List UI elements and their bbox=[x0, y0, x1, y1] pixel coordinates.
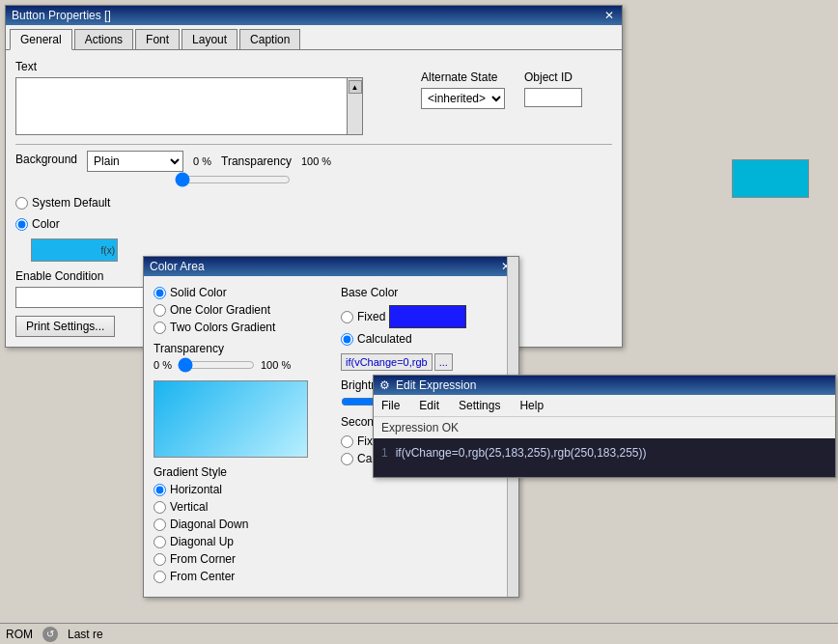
from-corner-label: From Corner bbox=[170, 552, 236, 566]
from-corner-radio[interactable]: From Corner bbox=[154, 552, 321, 566]
transparency-slider-row bbox=[175, 174, 612, 188]
edit-expression-dialog: ⚙ Edit Expression File Edit Settings Hel… bbox=[373, 375, 836, 478]
edit-expression-icon: ⚙ bbox=[379, 378, 390, 392]
tab-actions[interactable]: Actions bbox=[74, 29, 133, 49]
one-color-gradient-label: One Color Gradient bbox=[170, 303, 270, 317]
diagonal-up-label: Diagonal Up bbox=[170, 535, 234, 548]
diagonal-down-radio[interactable]: Diagonal Down bbox=[154, 518, 321, 531]
state-id-row: Alternate State <inherited> Object ID BU… bbox=[421, 70, 612, 109]
from-center-label: From Center bbox=[170, 570, 235, 583]
transparency-label: Transparency bbox=[221, 154, 292, 168]
base-fixed-radio[interactable]: Fixed bbox=[341, 305, 509, 328]
solid-color-radio[interactable]: Solid Color bbox=[154, 286, 321, 299]
from-center-radio[interactable]: From Center bbox=[154, 570, 321, 583]
preview-box bbox=[732, 159, 809, 198]
system-default-label: System Default bbox=[32, 196, 110, 210]
base-calculated-radio[interactable]: Calculated bbox=[341, 332, 509, 346]
menu-file[interactable]: File bbox=[377, 397, 404, 414]
base-calculated-label: Calculated bbox=[357, 332, 412, 346]
close-button[interactable]: ✕ bbox=[602, 9, 616, 22]
status-last: Last re bbox=[68, 628, 103, 641]
menu-help[interactable]: Help bbox=[516, 397, 547, 414]
diagonal-down-label: Diagonal Down bbox=[170, 518, 248, 531]
button-properties-title-bar: Button Properties [] ✕ bbox=[6, 6, 622, 25]
status-bar: ROM ↺ Last re bbox=[0, 623, 838, 644]
menu-edit[interactable]: Edit bbox=[415, 397, 443, 414]
two-colors-gradient-label: Two Colors Gradient bbox=[170, 321, 275, 334]
tab-font[interactable]: Font bbox=[135, 29, 180, 49]
horizontal-radio[interactable]: Horizontal bbox=[154, 483, 321, 496]
alternate-state-label: Alternate State bbox=[421, 70, 505, 84]
tab-general[interactable]: General bbox=[10, 29, 72, 50]
background-label: Background bbox=[15, 153, 77, 166]
color-area-title-bar: Color Area ✕ bbox=[144, 257, 518, 276]
edit-expression-title-bar: ⚙ Edit Expression bbox=[374, 376, 835, 395]
color-area-title: Color Area bbox=[150, 260, 205, 273]
edit-expression-title: Edit Expression bbox=[396, 378, 476, 392]
expression-status: Expression OK bbox=[374, 417, 835, 438]
color-radio[interactable]: Color bbox=[15, 217, 612, 231]
base-color-swatch[interactable] bbox=[389, 305, 466, 328]
alternate-state-select[interactable]: <inherited> bbox=[421, 88, 505, 109]
gradient-style-label: Gradient Style bbox=[154, 465, 321, 479]
base-color-label: Base Color bbox=[341, 286, 509, 299]
solid-color-label: Solid Color bbox=[170, 286, 227, 299]
object-id-input[interactable]: BU01 bbox=[524, 88, 582, 107]
line-number: 1 bbox=[381, 446, 388, 460]
edit-expression-menu: File Edit Settings Help bbox=[374, 395, 835, 417]
color-swatch-label: f(x) bbox=[101, 245, 115, 256]
color-area-transparency-section: Transparency 0 % 100 % bbox=[154, 342, 321, 371]
one-color-gradient-radio[interactable]: One Color Gradient bbox=[154, 303, 321, 317]
background-section: Background Plain 0 % Transparency 100 % bbox=[15, 151, 612, 172]
text-scrollbar: ▲ bbox=[347, 78, 362, 134]
two-colors-gradient-radio[interactable]: Two Colors Gradient bbox=[154, 321, 321, 334]
scroll-up-button[interactable]: ▲ bbox=[349, 80, 362, 94]
diagonal-up-radio[interactable]: Diagonal Up bbox=[154, 535, 321, 548]
tab-layout[interactable]: Layout bbox=[182, 29, 237, 49]
base-fixed-label: Fixed bbox=[357, 310, 385, 323]
color-area-left: Solid Color One Color Gradient Two Color… bbox=[154, 286, 321, 587]
gradient-style-section: Gradient Style Horizontal Vertical Diago… bbox=[154, 465, 321, 583]
vertical-label: Vertical bbox=[170, 500, 208, 514]
object-id-label: Object ID bbox=[524, 70, 582, 84]
alternate-state-section: Alternate State <inherited> bbox=[421, 70, 505, 109]
color-swatch-button[interactable]: f(x) bbox=[31, 238, 118, 262]
text-input-area: ▲ bbox=[15, 77, 363, 135]
tab-caption[interactable]: Caption bbox=[239, 29, 300, 49]
status-text: ROM bbox=[6, 628, 33, 641]
vertical-radio[interactable]: Vertical bbox=[154, 500, 321, 514]
color-section: System Default Color f(x) bbox=[15, 196, 612, 262]
edit-expression-title-content: ⚙ Edit Expression bbox=[379, 378, 476, 392]
menu-settings[interactable]: Settings bbox=[455, 397, 504, 414]
transparency-slider[interactable] bbox=[175, 174, 291, 185]
color-area-transparency-row: 0 % 100 % bbox=[154, 359, 321, 371]
tab-bar: General Actions Font Layout Caption bbox=[6, 25, 622, 50]
window-title: Button Properties [] bbox=[12, 9, 111, 22]
trans-max: 100 % bbox=[261, 359, 291, 371]
color-area-transparency-label: Transparency bbox=[154, 342, 321, 355]
expression-editor[interactable]: 1if(vChange=0,rgb(25,183,255),rgb(250,18… bbox=[374, 438, 835, 477]
color-preview-large bbox=[154, 380, 308, 458]
transparency-min-label: 0 % bbox=[193, 155, 211, 167]
object-id-section: Object ID BU01 bbox=[524, 70, 582, 109]
system-default-radio[interactable]: System Default bbox=[15, 196, 612, 210]
expression-edit-button[interactable]: ... bbox=[434, 353, 453, 371]
expression-content: if(vChange=0,rgb(25,183,255),rgb(250,183… bbox=[396, 446, 647, 460]
status-circle: ↺ bbox=[42, 627, 58, 642]
expression-row: if(vChange=0,rgb ... bbox=[341, 353, 509, 371]
expression-text[interactable]: if(vChange=0,rgb bbox=[341, 353, 433, 371]
background-select[interactable]: Plain bbox=[87, 151, 183, 172]
color-area-transparency-slider[interactable] bbox=[178, 359, 255, 371]
transparency-max-label: 100 % bbox=[301, 155, 331, 167]
print-settings-button[interactable]: Print Settings... bbox=[15, 316, 115, 337]
horizontal-label: Horizontal bbox=[170, 483, 222, 496]
trans-min: 0 % bbox=[154, 359, 172, 371]
color-label: Color bbox=[32, 217, 60, 231]
